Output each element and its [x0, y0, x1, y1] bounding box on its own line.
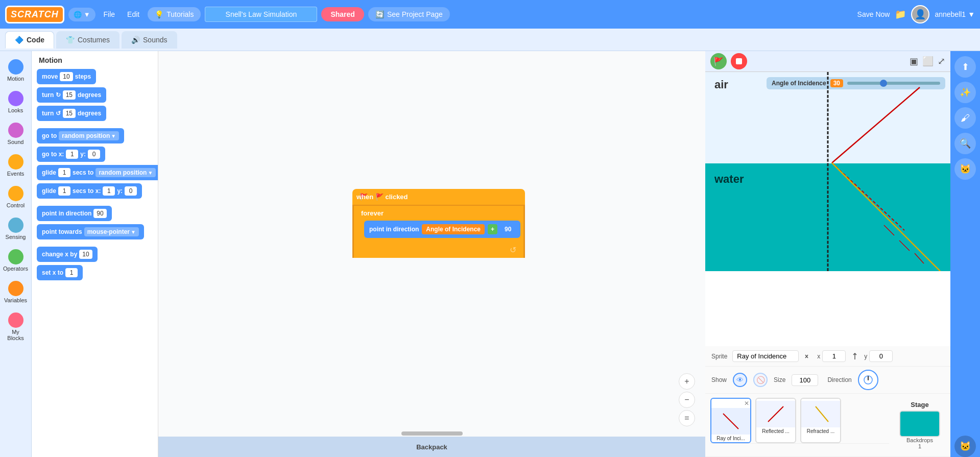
sidebar-item-looks[interactable]: Looks	[2, 88, 30, 116]
sprite-thumb-refracted[interactable]: Refracted ...	[800, 398, 841, 443]
sidebar-label-variables: Variables	[4, 297, 27, 303]
main-layout: Motion Looks Sound Events Control Sensin…	[0, 51, 980, 457]
project-title-input[interactable]	[205, 7, 317, 22]
stage-section-label: Stage	[911, 401, 928, 408]
angle-track[interactable]	[847, 82, 940, 85]
upload-button[interactable]: ⬆	[954, 56, 976, 78]
sidebar-item-variables[interactable]: Variables	[2, 278, 30, 306]
shared-button[interactable]: Shared	[321, 7, 364, 21]
block-goto[interactable]: go to random position ▼	[37, 128, 124, 143]
block-row-glide-xy: glide 1 secs to x: 1 y: 0	[32, 182, 158, 200]
variables-dot	[8, 281, 23, 296]
block-turn-cw[interactable]: turn ↻ 15 degrees	[37, 87, 106, 103]
sprite-thumb-img-ray	[711, 408, 750, 435]
block-glide-rp[interactable]: glide 1 secs to random position ▼	[37, 165, 158, 180]
stage-canvas: air Angle of Incidence 30 water	[705, 72, 950, 271]
angle-thumb[interactable]	[880, 80, 887, 87]
motion-dot	[8, 59, 23, 75]
sidebar-item-control[interactable]: Control	[2, 183, 30, 211]
sidebar-item-sound[interactable]: Sound	[2, 119, 30, 148]
block-point-dir[interactable]: point in direction 90	[37, 206, 112, 221]
magic-button[interactable]: ✨	[954, 82, 976, 103]
script-block-group[interactable]: 🚩 when 🚩 clicked forever point in direct…	[352, 189, 525, 258]
show-eye-button[interactable]: 👁	[733, 373, 747, 387]
direction-label: Direction	[827, 376, 851, 383]
green-flag-button[interactable]: 🚩	[710, 53, 727, 69]
paint-button[interactable]: 🖌	[954, 107, 976, 129]
stop-button[interactable]	[731, 53, 747, 69]
when-clicked-block[interactable]: 🚩 when 🚩 clicked	[352, 189, 525, 206]
tutorials-button[interactable]: 💡 Tutorials	[148, 7, 201, 21]
username-button[interactable]: annebell1 ▼	[935, 10, 975, 18]
hide-eye-button[interactable]: 🚫	[753, 373, 768, 387]
zoom-out-button[interactable]: −	[679, 392, 695, 408]
x-input[interactable]	[822, 350, 846, 362]
block-row-point-dir: point in direction 90	[32, 204, 158, 223]
stage-medium-button[interactable]: ⬜	[922, 56, 934, 67]
language-button[interactable]: 🌐 ▼	[68, 8, 95, 21]
tab-costumes[interactable]: 👕 Costumes	[56, 31, 119, 49]
sidebar-item-motion[interactable]: Motion	[2, 56, 30, 85]
sprite-thumb-img-reflected	[756, 401, 795, 427]
zoom-in-button[interactable]: +	[679, 373, 695, 390]
y-coord-icon	[851, 352, 859, 360]
scroll-thumb-horizontal[interactable]	[401, 431, 463, 436]
sprite-thumb-reflected[interactable]: Reflected ...	[755, 398, 796, 443]
edit-menu[interactable]: Edit	[123, 7, 144, 21]
direction-dial[interactable]	[858, 370, 878, 390]
sidebar-item-operators[interactable]: Operators	[2, 246, 30, 275]
refracted-thumb-svg	[810, 404, 831, 424]
search-button[interactable]: 🔍	[954, 133, 976, 154]
file-menu[interactable]: File	[100, 7, 119, 21]
block-row-change-x: change x by 10	[32, 245, 158, 263]
sprite-thumb-label-reflected: Reflected ...	[761, 427, 790, 435]
angle-value: 30	[830, 79, 843, 87]
sidebar-item-myblocks[interactable]: My Blocks	[2, 309, 30, 344]
script-canvas: 🚩 when 🚩 clicked forever point in direct…	[158, 51, 705, 437]
block-set-x[interactable]: set x to 1	[37, 265, 83, 280]
stage-small-button[interactable]: ▣	[910, 56, 918, 67]
sprite-delete-ray[interactable]: ✕	[744, 400, 749, 407]
scratch-logo[interactable]: SCRATCH	[5, 6, 64, 23]
tab-code[interactable]: 🔷 Code	[5, 31, 54, 49]
zoom-reset-button[interactable]: =	[679, 410, 695, 426]
ray-thumb-svg	[721, 411, 741, 431]
variable-angle-of-incidence[interactable]: Angle of Incidence	[422, 224, 485, 234]
y-input[interactable]	[869, 350, 893, 362]
operator-plus[interactable]: +	[488, 224, 497, 234]
block-move[interactable]: move 10 steps	[37, 69, 96, 84]
point-in-direction-block[interactable]: point in direction Angle of Incidence + …	[364, 221, 520, 238]
block-glide-xy[interactable]: glide 1 secs to x: 1 y: 0	[37, 183, 142, 199]
myblocks-dot	[8, 312, 23, 328]
sidebar-item-sensing[interactable]: Sensing	[2, 214, 30, 243]
stage-fullscreen-button[interactable]: ⤢	[938, 56, 945, 67]
see-project-button[interactable]: 🔄 See Project Page	[368, 7, 450, 21]
loop-icon: ↺	[510, 245, 516, 255]
save-now-button[interactable]: Save Now	[857, 10, 890, 18]
forever-block[interactable]: forever point in direction Angle of Inci…	[352, 206, 525, 258]
sprite-name-input[interactable]	[732, 350, 799, 362]
size-input[interactable]	[792, 374, 818, 386]
number-90[interactable]: 90	[500, 225, 515, 234]
block-change-x[interactable]: change x by 10	[37, 247, 98, 262]
cat-button[interactable]: 🐱	[954, 158, 976, 180]
block-point-towards[interactable]: point towards mouse-pointer ▼	[37, 224, 144, 239]
x-coord-icon	[804, 352, 812, 360]
block-goto-xy[interactable]: go to x: 1 y: 0	[37, 147, 105, 162]
block-row-move: move 10 steps	[32, 67, 158, 86]
sprite-thumb-ray-of-incidence[interactable]: ✕ Ray of Inci...	[710, 398, 751, 443]
stage-thumb[interactable]	[899, 411, 940, 437]
forever-label: forever	[354, 206, 523, 221]
angle-slider-widget: Angle of Incidence 30	[767, 77, 945, 89]
right-action-panel: ⬆ ✨ 🖌 🔍 🐱 🐱	[950, 51, 980, 457]
avatar[interactable]: 👤	[911, 5, 929, 23]
folder-icon[interactable]: 📁	[895, 9, 906, 20]
backpack-bar[interactable]: Backpack	[158, 437, 705, 457]
forever-inner: point in direction Angle of Incidence + …	[354, 221, 523, 241]
tab-sounds[interactable]: 🔊 Sounds	[122, 31, 177, 49]
sounds-icon: 🔊	[131, 36, 140, 44]
stage-add-button[interactable]: 🐱	[954, 436, 976, 457]
sidebar-item-events[interactable]: Events	[2, 151, 30, 180]
block-turn-ccw[interactable]: turn ↺ 15 degrees	[37, 106, 106, 121]
looks-dot	[8, 91, 23, 106]
